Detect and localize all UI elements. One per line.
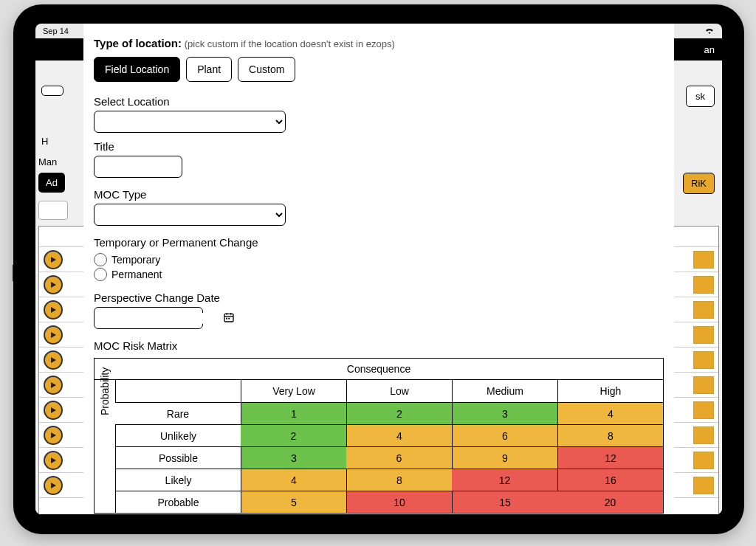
matrix-row-header: Rare bbox=[115, 402, 241, 424]
moc-form-modal: Type of location: (pick custom if the lo… bbox=[83, 24, 674, 514]
wifi-icon bbox=[704, 27, 715, 35]
radio-permanent[interactable]: Permanent bbox=[94, 268, 664, 281]
bg-yellow-chip bbox=[693, 376, 714, 394]
matrix-row-header: Possible bbox=[115, 446, 241, 469]
bg-yellow-chip bbox=[693, 251, 714, 269]
matrix-cell[interactable]: 4 bbox=[241, 469, 346, 491]
change-date-label: Perspective Change Date bbox=[94, 291, 220, 304]
radio-temporary[interactable]: Temporary bbox=[94, 253, 664, 266]
matrix-row-group: Probability bbox=[94, 380, 115, 402]
play-icon[interactable] bbox=[44, 325, 63, 345]
matrix-row-header: Probable bbox=[115, 491, 241, 513]
matrix-cell[interactable]: 2 bbox=[346, 402, 452, 424]
play-icon[interactable] bbox=[44, 250, 63, 269]
play-icon[interactable] bbox=[44, 300, 63, 319]
toggle-plant[interactable]: Plant bbox=[186, 57, 232, 82]
matrix-cell[interactable]: 1 bbox=[241, 402, 346, 424]
radio-temporary-label: Temporary bbox=[111, 254, 160, 266]
bg-yellow-chip bbox=[693, 301, 714, 319]
toggle-custom[interactable]: Custom bbox=[238, 57, 295, 82]
play-icon[interactable] bbox=[44, 401, 63, 420]
bg-yellow-chip bbox=[693, 351, 714, 369]
matrix-cell[interactable]: 4 bbox=[557, 402, 663, 424]
bg-tab-label[interactable]: H bbox=[41, 136, 48, 147]
title-label: Title bbox=[94, 140, 114, 153]
svg-rect-4 bbox=[226, 317, 227, 319]
bg-search-input[interactable] bbox=[38, 201, 68, 220]
matrix-row-header: Unlikely bbox=[115, 424, 241, 446]
matrix-cell[interactable]: 10 bbox=[346, 491, 452, 513]
radio-icon bbox=[94, 253, 107, 266]
risk-matrix-label: MOC Risk Matrix bbox=[94, 339, 177, 352]
matrix-cell[interactable]: 5 bbox=[241, 491, 346, 513]
moc-type-select[interactable] bbox=[94, 204, 286, 226]
calendar-icon bbox=[223, 311, 235, 325]
user-label: an bbox=[704, 44, 715, 55]
status-time: Sep 14 bbox=[41, 27, 69, 35]
matrix-cell[interactable]: 9 bbox=[452, 446, 557, 469]
select-location-label: Select Location bbox=[94, 95, 170, 108]
tablet-frame: Sep 14 an sk H Man Ad RiK bbox=[13, 4, 744, 534]
radio-permanent-label: Permanent bbox=[111, 269, 162, 280]
bg-yellow-chip bbox=[693, 326, 714, 344]
matrix-cell[interactable]: 6 bbox=[346, 446, 452, 469]
matrix-cell[interactable]: 3 bbox=[452, 402, 557, 424]
matrix-col-header: Low bbox=[346, 380, 452, 402]
matrix-cell[interactable]: 16 bbox=[557, 469, 663, 491]
play-icon[interactable] bbox=[44, 376, 63, 395]
change-date-field[interactable] bbox=[94, 307, 203, 329]
matrix-col-header: Medium bbox=[452, 380, 557, 402]
bg-yellow-chip bbox=[693, 477, 714, 494]
play-icon[interactable] bbox=[44, 451, 63, 470]
matrix-corner bbox=[115, 380, 241, 402]
svg-rect-5 bbox=[228, 317, 230, 319]
bg-yellow-chip bbox=[693, 401, 714, 419]
bg-yellow-chip bbox=[693, 276, 714, 294]
play-icon[interactable] bbox=[44, 476, 63, 495]
screen: Sep 14 an sk H Man Ad RiK bbox=[35, 24, 722, 514]
radio-icon bbox=[94, 268, 107, 281]
select-location[interactable] bbox=[94, 111, 286, 133]
matrix-cell[interactable]: 3 bbox=[241, 446, 346, 469]
bg-add-button[interactable]: Ad bbox=[38, 173, 65, 193]
matrix-col-header: Very Low bbox=[241, 380, 346, 402]
moc-type-label: MOC Type bbox=[94, 188, 146, 201]
toggle-field-location[interactable]: Field Location bbox=[94, 57, 180, 82]
bg-task-button[interactable]: sk bbox=[686, 86, 715, 107]
matrix-cell[interactable]: 12 bbox=[557, 446, 663, 469]
play-icon[interactable] bbox=[44, 275, 63, 294]
bg-yellow-chip bbox=[693, 426, 714, 444]
change-date-input[interactable] bbox=[99, 313, 223, 324]
play-icon[interactable] bbox=[44, 350, 63, 370]
bg-button-left[interactable] bbox=[41, 86, 63, 96]
matrix-cell[interactable]: 8 bbox=[346, 469, 452, 491]
matrix-col-group: Consequence bbox=[94, 359, 663, 380]
matrix-cell[interactable]: 2 bbox=[241, 424, 346, 446]
matrix-cell[interactable]: 6 bbox=[452, 424, 557, 446]
bg-side-label: Man bbox=[38, 156, 57, 167]
location-type-label: Type of location: bbox=[94, 37, 182, 49]
matrix-col-header: High bbox=[557, 380, 663, 402]
title-input[interactable] bbox=[94, 156, 182, 178]
matrix-cell[interactable]: 4 bbox=[346, 424, 452, 446]
matrix-cell[interactable]: 8 bbox=[557, 424, 663, 446]
bg-rik-button[interactable]: RiK bbox=[683, 173, 715, 194]
matrix-row-header: Likely bbox=[115, 469, 241, 491]
change-kind-label: Temporary or Permanent Change bbox=[94, 236, 258, 249]
risk-matrix: Consequence ProbabilityVery LowLowMedium… bbox=[94, 358, 664, 514]
matrix-cell[interactable]: 12 bbox=[452, 469, 557, 491]
location-type-hint: (pick custom if the location doesn't exi… bbox=[185, 38, 395, 49]
play-icon[interactable] bbox=[44, 426, 63, 445]
matrix-cell[interactable]: 20 bbox=[557, 491, 663, 513]
bg-yellow-chip bbox=[693, 452, 714, 469]
matrix-cell[interactable]: 15 bbox=[452, 491, 557, 513]
